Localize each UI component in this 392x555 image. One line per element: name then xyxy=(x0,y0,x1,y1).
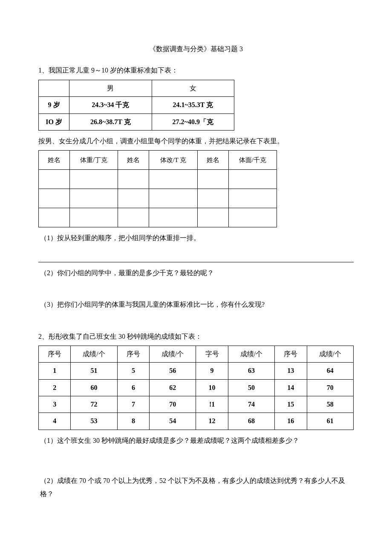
col-header: 成绩/个 xyxy=(71,346,117,362)
col-weight: 体改/T 克 xyxy=(149,151,197,170)
cell: 27.2~40.9「克 xyxy=(152,113,234,130)
col-weight: 体重/丁克 xyxy=(69,151,118,170)
col-header: 成绩/个 xyxy=(228,346,274,362)
cell: 74 xyxy=(228,396,274,413)
cell: 72 xyxy=(71,396,117,413)
cell: 60 xyxy=(71,379,117,396)
table-row: 2 60 6 62 10 50 14 70 xyxy=(39,379,354,396)
cell: 68 xyxy=(228,413,274,430)
table-row: 3 72 7 70 !1 74 15 58 xyxy=(39,396,354,413)
cell: !1 xyxy=(196,396,228,413)
cell: 6 xyxy=(117,379,149,396)
cell: 9 xyxy=(196,363,228,379)
cell: 13 xyxy=(275,363,307,379)
q1-instruction: 按男、女生分成几个小组，调查小组里每个同学的体重，并把结果记录在下表里。 xyxy=(38,135,354,148)
col-header: 字号 xyxy=(196,346,228,362)
col-header: 成绩/个 xyxy=(307,346,354,362)
q1-sub1: （1）按从轻到重的顺序，把小组同学的体重排一排。 xyxy=(38,232,354,244)
cell: 10 xyxy=(196,379,228,396)
table-row: 4 53 8 54 12 68 16 61 xyxy=(39,413,354,430)
cell: 4 xyxy=(39,413,71,430)
col-name: 姓名 xyxy=(197,151,228,170)
col-name: 姓名 xyxy=(118,151,149,170)
cell: 1 xyxy=(39,363,71,379)
col-female: 女 xyxy=(152,80,234,96)
cell: 51 xyxy=(71,363,117,379)
table-header-row: 序号 成绩/个 序号 成绩/个 字号 成绩/个 序号 成绩/个 xyxy=(39,346,354,362)
col-male: 男 xyxy=(69,80,152,96)
cell: 2 xyxy=(39,379,71,396)
cell: 7 xyxy=(117,396,149,413)
cell: 12 xyxy=(196,413,228,430)
cell: 64 xyxy=(307,363,354,379)
empty-cell xyxy=(39,80,69,96)
q2-sub2: （2）成绩在 70 个或 70 个以上为优秀，52 个以下为不及格，有多少人的成… xyxy=(38,474,354,500)
cell: 24.3~34 千克 xyxy=(69,97,152,113)
cell: 62 xyxy=(150,379,196,396)
col-header: 成绩/个 xyxy=(150,346,196,362)
col-name: 姓名 xyxy=(39,151,70,170)
q1-sub2: （2）你们小组的同学中，最重的是多少千克？最轻的呢？ xyxy=(38,267,354,279)
cell: 53 xyxy=(71,413,117,430)
cell: 3 xyxy=(39,396,71,413)
cell: 15 xyxy=(275,396,307,413)
cell: 50 xyxy=(228,379,274,396)
cell: 70 xyxy=(307,379,354,396)
cell: 70 xyxy=(150,396,196,413)
row-age-10: IO 岁 xyxy=(39,113,69,130)
standard-weight-table: 男 女 9 岁 24.3~34 千克 24.1~35.3T 克 IO 岁 26.… xyxy=(38,80,234,131)
cell: 63 xyxy=(228,363,274,379)
answer-line xyxy=(38,262,354,262)
col-header: 序号 xyxy=(275,346,307,362)
col-weight: 体面/千克 xyxy=(228,151,277,170)
cell: 16 xyxy=(275,413,307,430)
q2-sub1: （1）这个班女生 30 秒钟跳绳的最好成绩是多少？最差成绩呢？这两个成绩相差多少… xyxy=(38,434,354,447)
col-header: 序号 xyxy=(39,346,71,362)
col-header: 序号 xyxy=(117,346,149,362)
q2-intro: 2、彤彤收集了自己班女生 30 秒钟跳绳的成绩如下表： xyxy=(38,330,354,343)
cell: 54 xyxy=(150,413,196,430)
cell: 56 xyxy=(150,363,196,379)
score-table: 序号 成绩/个 序号 成绩/个 字号 成绩/个 序号 成绩/个 1 51 5 5… xyxy=(38,346,354,430)
record-table: 姓名 体重/丁克 姓名 体改/T 克 姓名 体面/千克 xyxy=(38,150,277,227)
row-age-9: 9 岁 xyxy=(39,97,69,113)
cell: 14 xyxy=(275,379,307,396)
table-row: 1 51 5 56 9 63 13 64 xyxy=(39,363,354,379)
page-title: 《数据调查与分类》基础习题 3 xyxy=(38,43,354,55)
q1-intro: 1、我国正常儿童 9～10 岁的体重标准如下表： xyxy=(38,64,354,77)
cell: 24.1~35.3T 克 xyxy=(152,97,234,113)
cell: 26.8~38.7T 克 xyxy=(69,113,152,130)
cell: 61 xyxy=(307,413,354,430)
q1-sub3: （3）把你们小组同学的体重与我国儿童的体重标准比一比，你有什么发现? xyxy=(38,298,354,311)
cell: 58 xyxy=(307,396,354,413)
cell: 5 xyxy=(117,363,149,379)
cell: 8 xyxy=(117,413,149,430)
